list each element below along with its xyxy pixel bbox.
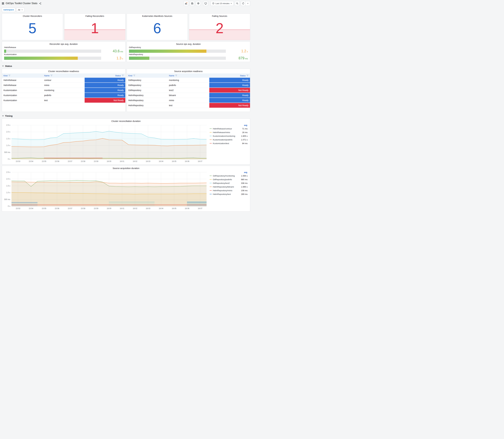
bargauge-row: Kustomization 1.3s bbox=[4, 53, 123, 60]
table-row: GitRepositorypodinfoReady bbox=[127, 83, 250, 88]
chart-legend: avgHelmRelease/contour71 msHelmRelease/m… bbox=[209, 123, 249, 163]
cell-name: contour bbox=[43, 78, 85, 83]
variable-namespace-value[interactable]: All bbox=[16, 8, 24, 12]
gauges-row: Reconciler ops avg. duration HelmRelease… bbox=[2, 41, 250, 62]
time-range-picker[interactable]: Last 15 minutes bbox=[210, 1, 234, 6]
status-badge: Ready bbox=[85, 88, 125, 93]
svg-text:16:04: 16:04 bbox=[159, 160, 163, 162]
stat-panel-cluster-reconcilers: Cluster Reconcilers 5 bbox=[2, 13, 63, 40]
legend-item[interactable]: HelmRelease/minio16 ms bbox=[210, 131, 247, 134]
gauge-track bbox=[4, 57, 101, 60]
legend-item[interactable]: HelmRepository/minio108 ms bbox=[210, 189, 247, 192]
cell-kind: HelmRelease bbox=[2, 83, 43, 88]
chevron-down-icon bbox=[231, 3, 232, 4]
timeseries-plot[interactable]: 0 s500 ms1.0 s1.5 s2.0 s2.5 s15:5315:541… bbox=[3, 123, 209, 163]
series-name: GitRepository/test2 bbox=[213, 182, 240, 184]
svg-text:16:00: 16:00 bbox=[107, 160, 111, 162]
legend-item[interactable]: Kustomization/podinfo1.071 s bbox=[210, 138, 247, 142]
series-name: GitRepository/podinfo bbox=[213, 178, 240, 181]
cell-kind: GitRepository bbox=[127, 83, 168, 88]
table-row: GitRepositorytest2Not Ready bbox=[127, 88, 250, 93]
gauge-fill bbox=[129, 49, 207, 53]
svg-text:15:54: 15:54 bbox=[29, 160, 33, 162]
legend-item[interactable]: Kustomization/test84 ms bbox=[210, 142, 247, 145]
variable-namespace-label[interactable]: namespace bbox=[2, 8, 15, 12]
filter-icon bbox=[122, 75, 124, 76]
column-header-name[interactable]: Name bbox=[167, 73, 209, 78]
legend-item[interactable]: GitRepository/monitoring1.594 s bbox=[210, 174, 247, 178]
legend-item[interactable]: HelmRepository/test289 ms bbox=[210, 192, 247, 196]
legend-item[interactable]: GitRepository/test2338 ms bbox=[210, 181, 247, 185]
svg-text:16:04: 16:04 bbox=[159, 207, 163, 209]
svg-text:15:58: 15:58 bbox=[81, 207, 85, 209]
legend-item[interactable]: HelmRelease/contour71 ms bbox=[210, 127, 247, 131]
dashboard-settings-button[interactable] bbox=[196, 1, 201, 6]
chart-plot-area[interactable]: 0 s500 ms1.0 s1.5 s2.0 s2.5 s15:5315:541… bbox=[3, 171, 209, 210]
series-avg-value: 1.605 s bbox=[241, 135, 247, 137]
legend-item[interactable]: HelmRepository/bitnami1.695 s bbox=[210, 185, 247, 189]
tv-mode-button[interactable] bbox=[203, 1, 208, 6]
svg-text:15:57: 15:57 bbox=[68, 207, 72, 209]
row-toggle-status[interactable]: Status bbox=[0, 63, 252, 69]
bargauge-panel-reconciler-ops: Reconciler ops avg. duration HelmRelease… bbox=[2, 41, 125, 62]
svg-text:15:53: 15:53 bbox=[16, 160, 20, 162]
status-badge: Ready bbox=[209, 78, 250, 83]
table-row: HelmReleaseminioReady bbox=[2, 83, 125, 88]
column-header-name[interactable]: Name bbox=[43, 73, 85, 78]
variable-namespace-selected: All bbox=[18, 9, 20, 11]
column-header-status[interactable]: Status bbox=[85, 73, 125, 78]
timeseries-plot[interactable]: 0 s500 ms1.0 s1.5 s2.0 s2.5 s15:5315:541… bbox=[3, 171, 209, 210]
column-header-status[interactable]: Status bbox=[209, 73, 250, 78]
tables-row: Cluster reconciliation readiness Kind Na… bbox=[2, 69, 250, 112]
apps-grid-icon[interactable] bbox=[2, 2, 4, 5]
stat-value: 5 bbox=[2, 14, 63, 40]
filter-icon bbox=[246, 75, 248, 76]
svg-text:2.0 s: 2.0 s bbox=[6, 178, 10, 180]
gauge-value: 43.6ms bbox=[103, 49, 123, 53]
series-color-mark bbox=[210, 179, 212, 180]
legend-avg-header[interactable]: avg bbox=[210, 124, 247, 126]
gauge-track bbox=[4, 49, 101, 53]
gauge-track bbox=[129, 57, 226, 60]
series-name: HelmRepository/bitnami bbox=[213, 186, 240, 188]
gauge-track bbox=[129, 49, 226, 53]
legend-item[interactable]: GitRepository/podinfo980 ms bbox=[210, 178, 247, 181]
share-icon[interactable] bbox=[39, 2, 41, 5]
status-badge: Not Ready bbox=[209, 88, 250, 93]
svg-text:1.0 s: 1.0 s bbox=[6, 144, 10, 146]
stat-value: 2 bbox=[189, 14, 250, 40]
status-badge: Ready bbox=[85, 93, 125, 98]
bargauge-row: HelmRepository 879ms bbox=[129, 53, 248, 60]
cell-kind: Kustomization bbox=[2, 98, 43, 103]
legend-avg-header[interactable]: avg bbox=[210, 171, 247, 173]
zoom-out-button[interactable] bbox=[235, 1, 240, 6]
cell-kind: HelmRepository bbox=[127, 103, 168, 108]
svg-text:16:01: 16:01 bbox=[120, 207, 124, 209]
refresh-icon bbox=[242, 2, 244, 5]
svg-text:16:05: 16:05 bbox=[172, 160, 176, 162]
add-panel-button[interactable] bbox=[184, 1, 189, 6]
table-panel-cluster-readiness: Cluster reconciliation readiness Kind Na… bbox=[2, 69, 125, 112]
save-dashboard-button[interactable] bbox=[190, 1, 195, 6]
refresh-interval-dropdown[interactable] bbox=[246, 1, 250, 6]
chart-plot-area[interactable]: 0 s500 ms1.0 s1.5 s2.0 s2.5 s15:5315:541… bbox=[3, 123, 209, 163]
column-header-kind[interactable]: Kind bbox=[127, 73, 168, 78]
grafana-dashboard: GitOps Toolkit Cluster Stats bbox=[0, 0, 252, 215]
series-name: HelmRelease/contour bbox=[213, 128, 241, 130]
series-avg-value: 71 ms bbox=[242, 128, 247, 130]
series-avg-value: 108 ms bbox=[241, 189, 247, 192]
status-badge: Ready bbox=[209, 83, 250, 88]
refresh-button[interactable] bbox=[241, 1, 246, 6]
cell-name: podinfo bbox=[43, 93, 85, 98]
row-toggle-timing[interactable]: Timing bbox=[0, 113, 252, 119]
legend-item[interactable]: Kustomization/monitoring1.605 s bbox=[210, 134, 247, 138]
series-name: HelmRepository/minio bbox=[213, 189, 240, 192]
cell-kind: HelmRepository bbox=[127, 93, 168, 98]
column-header-kind[interactable]: Kind bbox=[2, 73, 43, 78]
filter-icon bbox=[50, 75, 52, 76]
cell-name: test bbox=[167, 103, 209, 108]
cell-kind: Kustomization bbox=[2, 93, 43, 98]
chart-legend: avgGitRepository/monitoring1.594 sGitRep… bbox=[209, 171, 249, 210]
svg-text:500 ms: 500 ms bbox=[4, 151, 10, 153]
timeseries-panel-source-acquisition: Source acquisition duration 0 s500 ms1.0… bbox=[2, 166, 250, 212]
